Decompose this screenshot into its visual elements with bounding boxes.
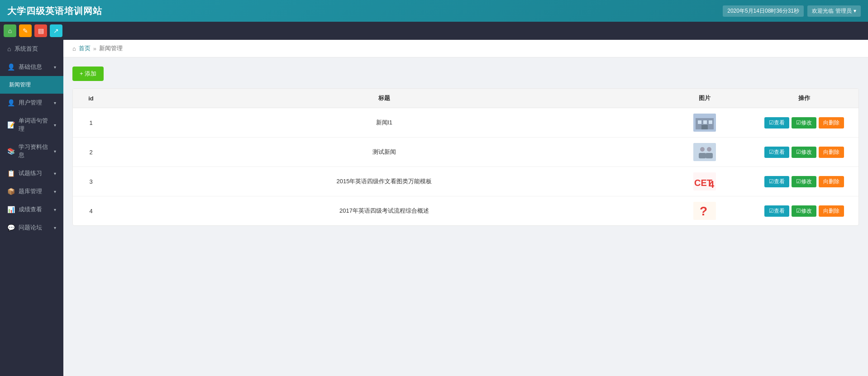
svg-rect-2 xyxy=(698,120,701,124)
delete-button[interactable]: 向删除 xyxy=(819,176,844,187)
sidebar-vocab-label: 单词语句管理 xyxy=(19,117,50,133)
view-button[interactable]: ☑查看 xyxy=(764,147,789,158)
cell-title: 2017年英语四级考试流程综合概述 xyxy=(109,196,659,226)
col-title: 标题 xyxy=(109,89,659,108)
sidebar-item-forum[interactable]: 💬 问题论坛 ▾ xyxy=(0,219,63,237)
svg-rect-4 xyxy=(709,120,712,124)
cell-image: ? xyxy=(659,196,750,226)
toolbar-icons-bar: ⌂ ✎ ▤ ↗ xyxy=(0,22,868,40)
cell-image xyxy=(659,108,750,138)
practice-sidebar-icon: 📋 xyxy=(7,170,15,177)
sidebar-home-label: 系统首页 xyxy=(14,45,38,53)
welcome-label: 欢迎光临 xyxy=(812,7,834,15)
content-area: ⌂ 首页 » 新闻管理 + 添加 id 标题 图片 操作 xyxy=(63,40,868,376)
sidebar-item-users[interactable]: 👤 用户管理 ▾ xyxy=(0,94,63,112)
main-layout: ⌂ 系统首页 👤 基础信息 ▾ 新闻管理 👤 用户管理 ▾ 📝 单词语句管理 ▾… xyxy=(0,40,868,376)
action-buttons: ☑查看 ☑修改 向删除 xyxy=(757,176,851,187)
cell-actions: ☑查看 ☑修改 向删除 xyxy=(750,138,858,167)
sidebar-item-question-bank[interactable]: 📦 题库管理 ▾ xyxy=(0,182,63,200)
home-sidebar-icon: ⌂ xyxy=(7,45,11,52)
svg-rect-10 xyxy=(706,153,713,158)
sidebar-learn-label: 学习资料信息 xyxy=(19,143,50,159)
col-actions: 操作 xyxy=(750,89,858,108)
sidebar-users-label: 用户管理 xyxy=(19,99,42,107)
view-button[interactable]: ☑查看 xyxy=(764,205,789,217)
add-news-button[interactable]: + 添加 xyxy=(72,67,104,81)
table-row: 2 测试新闻 ☑查看 ☑修改 向删除 xyxy=(73,138,858,167)
sidebar: ⌂ 系统首页 👤 基础信息 ▾ 新闻管理 👤 用户管理 ▾ 📝 单词语句管理 ▾… xyxy=(0,40,63,376)
view-button[interactable]: ☑查看 xyxy=(764,117,789,129)
svg-text:?: ? xyxy=(700,204,707,218)
chevron-down-icon6: ▾ xyxy=(54,189,56,194)
svg-point-7 xyxy=(700,147,705,152)
toolbar-share-icon[interactable]: ↗ xyxy=(50,24,62,37)
table-row: 4 2017年英语四级考试流程综合概述 ? ☑查看 ☑修改 向删除 xyxy=(73,196,858,226)
cell-title: 2015年英语四级作文看图类万能模板 xyxy=(109,167,659,196)
cell-id: 4 xyxy=(73,196,109,226)
sidebar-practice-label: 试题练习 xyxy=(19,169,42,177)
user-menu[interactable]: 欢迎光临 管理员 ▾ xyxy=(807,5,861,17)
username-label: 管理员 xyxy=(835,7,852,15)
svg-rect-3 xyxy=(703,120,707,124)
chevron-down-icon5: ▾ xyxy=(54,171,56,176)
breadcrumb-home-icon: ⌂ xyxy=(72,45,76,52)
site-title: 大学四级英语培训网站 xyxy=(7,5,102,17)
edit-button[interactable]: ☑修改 xyxy=(792,147,816,158)
delete-button[interactable]: 向删除 xyxy=(819,117,844,129)
sidebar-item-news[interactable]: 新闻管理 xyxy=(0,76,63,94)
vocab-sidebar-icon: 📝 xyxy=(7,121,15,129)
learn-sidebar-icon: 📚 xyxy=(7,148,15,155)
news-thumbnail: ? xyxy=(693,202,716,220)
chevron-down-icon8: ▾ xyxy=(54,225,56,230)
page-content: + 添加 id 标题 图片 操作 1 新闻l1 xyxy=(63,57,868,376)
sidebar-item-home[interactable]: ⌂ 系统首页 xyxy=(0,40,63,58)
sidebar-item-score[interactable]: 📊 成绩查看 ▾ xyxy=(0,200,63,219)
news-thumbnail xyxy=(693,143,716,161)
toolbar-folder-icon[interactable]: ▤ xyxy=(34,24,47,37)
toolbar-home-icon[interactable]: ⌂ xyxy=(4,24,16,37)
table-row: 1 新闻l1 ☑查看 ☑修改 向删除 xyxy=(73,108,858,138)
table-row: 3 2015年英语四级作文看图类万能模板 CET 4 ☑查看 ☑修改 向删除 xyxy=(73,167,858,196)
view-button[interactable]: ☑查看 xyxy=(764,176,789,187)
action-buttons: ☑查看 ☑修改 向删除 xyxy=(757,117,851,129)
col-id: id xyxy=(73,89,109,108)
svg-point-9 xyxy=(707,147,711,152)
news-thumbnail xyxy=(693,114,716,132)
breadcrumb-separator: » xyxy=(93,45,96,52)
chevron-down-icon4: ▾ xyxy=(54,149,56,154)
sidebar-item-basic[interactable]: 👤 基础信息 ▾ xyxy=(0,58,63,76)
breadcrumb-home-link[interactable]: 首页 xyxy=(79,44,91,52)
cell-actions: ☑查看 ☑修改 向删除 xyxy=(750,108,858,138)
sidebar-item-learn[interactable]: 📚 学习资料信息 ▾ xyxy=(0,138,63,164)
cell-title: 测试新闻 xyxy=(109,138,659,167)
toolbar-edit-icon[interactable]: ✎ xyxy=(19,24,32,37)
chevron-down-icon: ▾ xyxy=(54,65,56,70)
svg-text:4: 4 xyxy=(709,179,715,190)
edit-button[interactable]: ☑修改 xyxy=(792,205,816,217)
chevron-down-icon2: ▾ xyxy=(54,100,56,105)
delete-button[interactable]: 向删除 xyxy=(819,147,844,158)
sidebar-qbank-label: 题库管理 xyxy=(19,187,42,195)
table-header-row: id 标题 图片 操作 xyxy=(73,89,858,108)
svg-rect-8 xyxy=(699,153,706,158)
sidebar-score-label: 成绩查看 xyxy=(19,205,42,214)
col-image: 图片 xyxy=(659,89,750,108)
cell-id: 3 xyxy=(73,167,109,196)
edit-button[interactable]: ☑修改 xyxy=(792,117,816,129)
delete-button[interactable]: 向删除 xyxy=(819,205,844,217)
breadcrumb-current: 新闻管理 xyxy=(99,44,123,52)
dropdown-arrow-icon: ▾ xyxy=(854,8,856,14)
sidebar-item-practice[interactable]: 📋 试题练习 ▾ xyxy=(0,164,63,182)
edit-button[interactable]: ☑修改 xyxy=(792,176,816,187)
cell-image: CET 4 xyxy=(659,167,750,196)
header: 大学四级英语培训网站 2020年5月14日08时36分31秒 欢迎光临 管理员 … xyxy=(0,0,868,22)
header-right: 2020年5月14日08时36分31秒 欢迎光临 管理员 ▾ xyxy=(723,5,861,17)
users-sidebar-icon: 👤 xyxy=(7,99,15,106)
cell-image xyxy=(659,138,750,167)
svg-rect-5 xyxy=(701,125,708,129)
sidebar-item-vocab[interactable]: 📝 单词语句管理 ▾ xyxy=(0,112,63,138)
qbank-sidebar-icon: 📦 xyxy=(7,188,15,195)
cell-id: 2 xyxy=(73,138,109,167)
datetime-display: 2020年5月14日08时36分31秒 xyxy=(723,5,804,17)
sidebar-news-label: 新闻管理 xyxy=(9,81,31,89)
